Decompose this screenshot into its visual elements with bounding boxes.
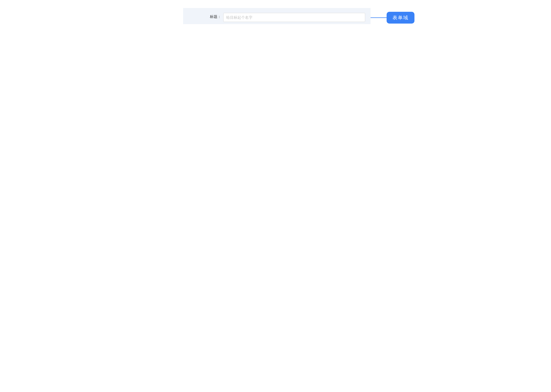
annotation-connector xyxy=(371,17,387,18)
label-title: 标题： xyxy=(188,13,223,19)
annotation-form-field: 表单域 xyxy=(387,12,414,24)
row-title: 标题： xyxy=(188,13,365,22)
title-input[interactable] xyxy=(223,13,365,22)
form-panel: 标题： 起止时间： xyxy=(183,8,371,24)
